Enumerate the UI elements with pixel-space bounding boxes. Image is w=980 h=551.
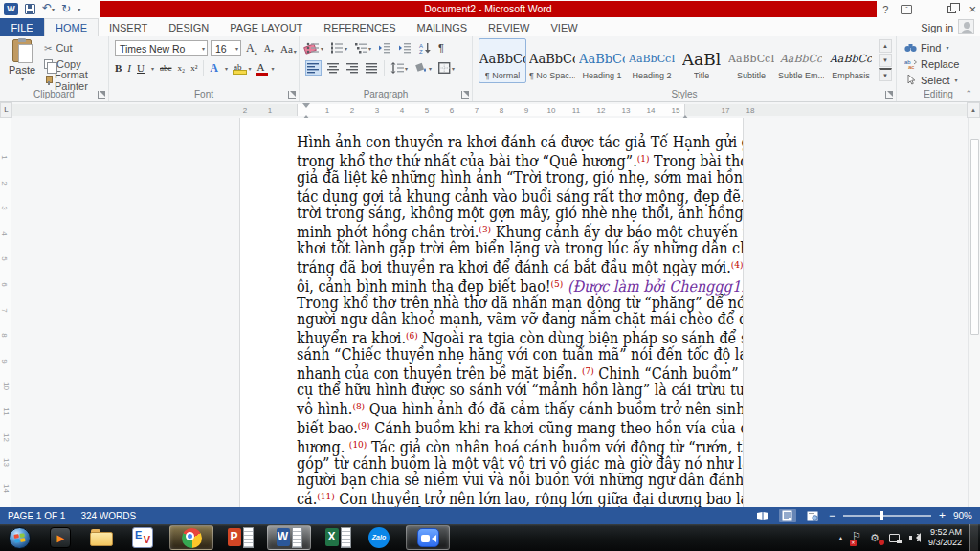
chevron-down-icon[interactable]: ▾ <box>271 65 274 72</box>
vertical-scrollbar[interactable] <box>968 118 980 507</box>
sign-in-link[interactable]: Sign in <box>921 18 953 36</box>
taskbar-app-media-player[interactable]: ▶ <box>46 525 75 550</box>
taskbar-app-file-explorer[interactable] <box>87 525 116 550</box>
horizontal-ruler[interactable]: 211234567891011121314151718 <box>12 104 967 116</box>
shrink-font-button[interactable]: A▾ <box>262 43 276 54</box>
tab-review[interactable]: REVIEW <box>478 18 540 36</box>
styles-dialog-launcher-icon[interactable] <box>885 91 893 99</box>
align-right-button[interactable] <box>345 60 360 76</box>
word-count-indicator[interactable]: 324 WORDS <box>80 511 136 521</box>
redo-icon[interactable]: ↻ <box>61 1 71 17</box>
close-button[interactable]: × <box>969 2 976 16</box>
chevron-down-icon[interactable]: ▾ <box>233 45 238 52</box>
undo-icon[interactable]: ↶▾ <box>42 0 55 18</box>
zoom-slider-thumb[interactable] <box>880 511 883 520</box>
save-icon[interactable] <box>25 4 35 14</box>
increase-indent-button[interactable] <box>397 40 412 55</box>
document-text[interactable]: Hình ảnh con thuyền ra khơi đánh cá được… <box>297 134 744 507</box>
clock[interactable]: 9:52 AM 9/3/2022 <box>928 527 962 548</box>
show-paragraph-marks-button[interactable]: ¶ <box>437 40 445 55</box>
find-button[interactable]: Find▾ <box>904 40 959 55</box>
italic-button[interactable]: I <box>127 62 131 74</box>
zoom-in-button[interactable]: + <box>939 511 946 520</box>
styles-scroll-up-icon[interactable]: ▲ <box>879 39 892 53</box>
taskbar-app-chrome[interactable] <box>169 525 213 550</box>
print-layout-button[interactable] <box>779 509 796 522</box>
bold-button[interactable]: B <box>115 62 122 74</box>
tab-references[interactable]: REFERENCES <box>313 18 406 36</box>
taskbar-app-video-converter[interactable]: EV <box>128 525 157 550</box>
qat-customize-icon[interactable]: ▾ <box>78 6 80 12</box>
vertical-ruler[interactable]: 1234567891011121314 <box>0 118 11 507</box>
tab-page-layout[interactable]: PAGE LAYOUT <box>219 18 313 36</box>
action-center-flag-icon[interactable]: ✕ <box>852 532 862 544</box>
tab-file[interactable]: FILE <box>0 18 44 36</box>
format-painter-button[interactable]: Format Painter <box>44 73 108 88</box>
change-case-button[interactable]: Aa▾ <box>278 43 299 55</box>
avatar[interactable] <box>958 19 974 34</box>
borders-button[interactable]: ▾ <box>437 60 456 76</box>
superscript-button[interactable]: x² <box>190 63 197 73</box>
tab-insert[interactable]: INSERT <box>99 18 158 36</box>
paste-dropdown-icon[interactable]: ▾ <box>21 76 24 82</box>
replace-button[interactable]: abac Replace <box>904 56 959 71</box>
justify-button[interactable] <box>365 60 379 76</box>
hidden-icons-chevron-icon[interactable]: ▲ <box>837 535 844 541</box>
style-heading-2[interactable]: AaBbCcDHeading 2 <box>628 38 676 83</box>
taskbar-app-zalo[interactable]: Zalo <box>365 525 393 550</box>
align-center-button[interactable] <box>326 60 341 76</box>
chevron-down-icon[interactable]: ▾ <box>225 65 228 72</box>
chevron-down-icon[interactable]: ▾ <box>249 65 252 72</box>
document-page[interactable]: Hình ảnh con thuyền ra khơi đánh cá được… <box>239 118 744 507</box>
paste-button[interactable]: Paste ▾ <box>5 39 39 89</box>
tab-design[interactable]: DESIGN <box>158 18 219 36</box>
zoom-out-button[interactable]: − <box>829 511 835 520</box>
paragraph-dialog-launcher-icon[interactable] <box>461 91 469 99</box>
network-icon[interactable] <box>889 533 902 543</box>
scroll-up-button[interactable]: ▲ <box>967 102 980 118</box>
restore-button[interactable] <box>947 6 956 13</box>
maintenance-gear-icon[interactable]: ⚙ <box>870 532 881 544</box>
tab-view[interactable]: VIEW <box>541 18 589 36</box>
style-heading-1[interactable]: AaBbCcHeading 1 <box>578 38 626 83</box>
text-effects-button[interactable]: A <box>210 61 218 76</box>
chevron-down-icon[interactable]: ▾ <box>199 45 205 52</box>
scrollbar-thumb[interactable] <box>970 139 979 335</box>
style-emphasis[interactable]: AaBbCcEmphasis <box>827 38 875 83</box>
underline-button[interactable]: U <box>137 62 145 74</box>
zoom-slider[interactable] <box>843 515 931 517</box>
web-layout-button[interactable] <box>804 509 821 522</box>
multilevel-list-button[interactable]: ▾ <box>353 40 372 55</box>
show-desktop-button[interactable] <box>969 524 978 551</box>
taskbar-app-excel[interactable]: X <box>323 525 352 550</box>
font-color-button[interactable]: A <box>257 61 265 76</box>
align-left-button[interactable] <box>305 60 322 76</box>
page-count-indicator[interactable]: PAGE 1 OF 1 <box>8 511 65 521</box>
help-button[interactable]: ? <box>882 4 888 15</box>
style-normal[interactable]: AaBbCc¶ Normal <box>479 38 526 83</box>
taskbar-app-word[interactable]: W <box>267 525 311 550</box>
subscript-button[interactable]: x₂ <box>177 63 185 73</box>
style-title[interactable]: AaBlTitle <box>678 38 725 83</box>
line-spacing-button[interactable]: ▾ <box>390 60 409 76</box>
collapse-ribbon-icon[interactable]: ⌃ <box>965 89 972 99</box>
underline-dropdown-icon[interactable]: ▾ <box>151 65 154 72</box>
styles-gallery-more-icon[interactable]: ▼ <box>879 68 892 81</box>
sort-button[interactable]: AZ <box>417 40 433 55</box>
font-name-combo[interactable]: Times New Ro▾ <box>115 40 208 56</box>
taskbar-app-powerpoint[interactable]: P <box>226 525 255 550</box>
cut-button[interactable]: ✂Cut <box>44 40 108 55</box>
style-subtle-emphasis[interactable]: AaBbCcSubtle Em... <box>777 38 825 83</box>
grow-font-button[interactable]: A▴ <box>244 41 259 55</box>
taskbar-app-zoom-camera[interactable] <box>406 525 450 550</box>
bullets-button[interactable]: ▾ <box>305 40 324 55</box>
clipboard-dialog-launcher-icon[interactable] <box>98 91 105 99</box>
start-button[interactable] <box>5 525 33 550</box>
tab-mailings[interactable]: MAILINGS <box>407 18 479 36</box>
font-dialog-launcher-icon[interactable] <box>288 91 296 99</box>
tab-stop-selector[interactable]: L <box>0 102 12 118</box>
tab-home[interactable]: HOME <box>44 18 99 36</box>
style-subtitle[interactable]: AaBbCcDSubtitle <box>727 38 775 83</box>
select-button[interactable]: Select▾ <box>904 73 959 87</box>
numbering-button[interactable]: ▾ <box>329 40 348 55</box>
